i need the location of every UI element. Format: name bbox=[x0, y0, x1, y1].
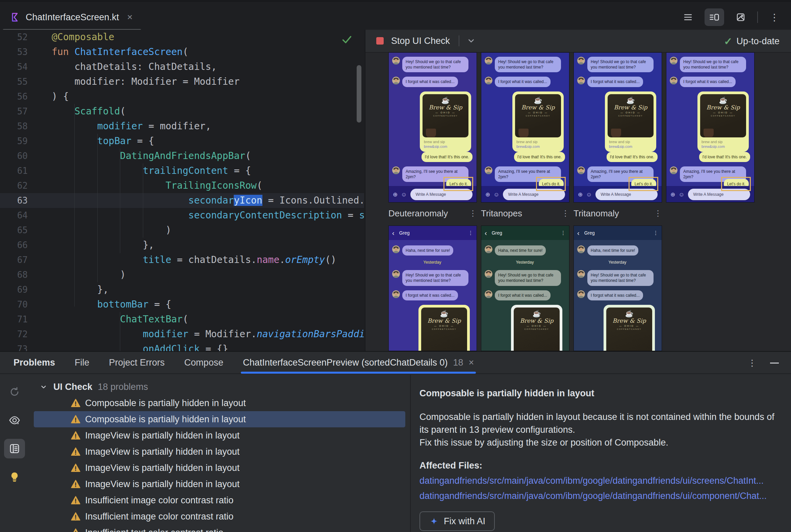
problem-row[interactable]: ImageView is partially hidden in layout bbox=[34, 460, 405, 476]
problem-row[interactable]: Composable is partially hidden in layout bbox=[34, 395, 405, 411]
tab-chatinterfacescreen[interactable]: ChatInterfaceScreen.kt × bbox=[7, 7, 136, 27]
emoji-icon[interactable]: ☺ bbox=[586, 192, 592, 197]
affected-files-title: Affected Files: bbox=[420, 460, 791, 471]
tab-close-icon[interactable]: × bbox=[469, 358, 474, 368]
chat-menu-icon[interactable]: ⋮ bbox=[653, 230, 658, 236]
kotlin-file-icon bbox=[11, 12, 21, 22]
add-attachment-icon[interactable]: ⊕ bbox=[485, 192, 490, 197]
code-line[interactable]: 59 topBar = { bbox=[0, 134, 364, 149]
code-view-button[interactable] bbox=[678, 8, 698, 26]
link-preview-card: ☕ Brew & Sip — OHID — COFFEETCANDY bbox=[511, 305, 562, 351]
code-line[interactable]: 52@Composable bbox=[0, 30, 364, 44]
code-line[interactable]: 72 modifier = Modifier.navigationBarsPad… bbox=[0, 327, 364, 342]
add-attachment-icon[interactable]: ⊕ bbox=[393, 192, 398, 197]
avatar bbox=[392, 57, 400, 64]
code-line[interactable]: 64 secondaryContentDescription = strin bbox=[0, 208, 364, 223]
code-line[interactable]: 57 Scaffold( bbox=[0, 104, 364, 119]
affected-file-link[interactable]: datingandfriends/src/main/java/com/ibm/g… bbox=[420, 491, 791, 501]
code-area[interactable]: 52@Composable53fun ChatInterfaceScreen(5… bbox=[0, 30, 364, 351]
problem-row[interactable]: Insufficient image color contrast ratio bbox=[34, 492, 405, 508]
contact-name: Greg bbox=[584, 230, 595, 235]
code-line[interactable]: 73 onAddClick = {} bbox=[0, 342, 364, 351]
problem-row[interactable]: Insufficient text color contrast ratio bbox=[34, 525, 405, 532]
problem-row[interactable]: ImageView is partially hidden in layout bbox=[34, 443, 405, 460]
design-view-button[interactable] bbox=[731, 8, 751, 26]
code-line[interactable]: 53fun ChatInterfaceScreen( bbox=[0, 44, 364, 59]
preview-phone[interactable]: Hey! Should we go to that cafe you menti… bbox=[481, 52, 569, 203]
back-icon[interactable]: ‹ bbox=[392, 230, 394, 236]
emoji-icon[interactable]: ☺ bbox=[494, 192, 499, 197]
line-number: 53 bbox=[0, 44, 40, 59]
ui-check-group[interactable]: UI Check 18 problems bbox=[29, 379, 410, 395]
chat-bubble-incoming: I forgot what it was called... bbox=[587, 77, 643, 87]
code-editor[interactable]: 52@Composable53fun ChatInterfaceScreen(5… bbox=[0, 30, 364, 351]
chat-bubble-outgoing: I'd love that! It's this one. bbox=[607, 152, 658, 162]
code-line[interactable]: 56) { bbox=[0, 89, 364, 104]
stop-ui-check-button[interactable]: Stop UI Check bbox=[391, 36, 450, 46]
chevron-down-icon[interactable] bbox=[39, 382, 48, 391]
tab-close-icon[interactable]: × bbox=[127, 12, 132, 23]
code-line[interactable]: 61 trailingContent = { bbox=[0, 164, 364, 178]
cafe-brand: Brew & Sip bbox=[700, 104, 746, 111]
panel-options-icon[interactable]: ⋮ bbox=[748, 358, 757, 368]
code-line[interactable]: 67 title = chatDetails.name.orEmpty() bbox=[0, 252, 364, 267]
chat-menu-icon[interactable]: ⋮ bbox=[560, 230, 566, 236]
code-line[interactable]: 69 }, bbox=[0, 282, 364, 297]
preview-menu-icon[interactable]: ⋮ bbox=[561, 209, 569, 218]
view-options-eye-icon[interactable] bbox=[4, 411, 25, 430]
code-line[interactable]: 68 ) bbox=[0, 267, 364, 282]
tab-file[interactable]: File bbox=[75, 358, 90, 368]
config-name: Deuteranomaly bbox=[388, 208, 448, 219]
tab-compose[interactable]: Compose bbox=[184, 358, 224, 368]
code-line[interactable]: 63 secondaryIcon = Icons.Outlined.More bbox=[0, 193, 364, 208]
code-line[interactable]: 58 modifier = modifier, bbox=[0, 119, 364, 134]
details-panel-toggle[interactable] bbox=[4, 439, 25, 458]
code-line[interactable]: 60 DatingAndFriendsAppBar( bbox=[0, 149, 364, 164]
problem-row[interactable]: ImageView is partially hidden in layout bbox=[34, 476, 405, 492]
fix-with-ai-button[interactable]: Fix with AI bbox=[420, 511, 495, 531]
inspection-ok-icon[interactable] bbox=[341, 34, 353, 45]
tab-project-errors[interactable]: Project Errors bbox=[109, 358, 165, 368]
preview-phone[interactable]: Hey! Should we go to that cafe you menti… bbox=[388, 52, 477, 203]
line-number: 66 bbox=[0, 238, 40, 252]
emoji-icon[interactable]: ☺ bbox=[401, 192, 407, 197]
link-preview-card: ☕ Brew & Sip — OHID — COFFEETCANDY brew … bbox=[512, 92, 564, 152]
more-options-icon[interactable]: ⋮ bbox=[765, 8, 784, 26]
code-line[interactable]: 62 TrailingIconsRow( bbox=[0, 178, 364, 193]
add-attachment-icon[interactable]: ⊕ bbox=[578, 192, 583, 197]
problem-row[interactable]: Composable is partially hidden in layout bbox=[34, 411, 405, 428]
rerun-check-button[interactable] bbox=[4, 382, 25, 402]
line-number: 69 bbox=[0, 282, 40, 297]
split-view-button[interactable] bbox=[704, 8, 724, 26]
emoji-icon[interactable]: ☺ bbox=[679, 192, 684, 197]
editor-scrollbar[interactable] bbox=[357, 65, 362, 122]
affected-file-link[interactable]: datingandfriends/src/main/java/com/ibm/g… bbox=[420, 476, 791, 486]
code-line[interactable]: 71 ChatTextBar( bbox=[0, 312, 364, 327]
preview-phone[interactable]: ‹ Greg ⋮ Haha, next time for sure! Yeste… bbox=[481, 226, 569, 351]
lightbulb-icon[interactable] bbox=[4, 467, 25, 487]
chat-menu-icon[interactable]: ⋮ bbox=[468, 230, 473, 236]
cafe-tagline: COFFEETCANDY bbox=[514, 328, 560, 330]
code-line[interactable]: 65 ) bbox=[0, 223, 364, 238]
preview-menu-icon[interactable]: ⋮ bbox=[469, 209, 477, 218]
back-icon[interactable]: ‹ bbox=[577, 230, 580, 236]
problem-fix-hint: Fix this issue by adjusting the size or … bbox=[420, 436, 783, 449]
back-icon[interactable]: ‹ bbox=[485, 230, 487, 236]
add-attachment-icon[interactable]: ⊕ bbox=[670, 192, 675, 197]
code-line[interactable]: 70 bottomBar = { bbox=[0, 297, 364, 312]
code-line[interactable]: 66 }, bbox=[0, 238, 364, 252]
tab-preview-active[interactable]: ChatInterfaceScreenPreview (sortedChatDe… bbox=[243, 352, 474, 374]
preview-phone[interactable]: ‹ Greg ⋮ Haha, next time for sure! Yeste… bbox=[388, 226, 477, 351]
preview-menu-icon[interactable]: ⋮ bbox=[654, 209, 662, 218]
coffee-cup-icon: ☕ bbox=[421, 310, 467, 317]
preview-phone[interactable]: Hey! Should we go to that cafe you menti… bbox=[666, 52, 755, 203]
problem-row[interactable]: ImageView is partially hidden in layout bbox=[34, 428, 405, 443]
card-url: brew&sip.com bbox=[701, 145, 746, 149]
code-line[interactable]: 54 chatDetails: ChatDetails, bbox=[0, 59, 364, 74]
problem-row[interactable]: Insufficient image color contrast ratio bbox=[34, 508, 405, 525]
hide-panel-icon[interactable] bbox=[770, 363, 779, 364]
chevron-down-icon[interactable] bbox=[467, 36, 476, 45]
preview-phone[interactable]: ‹ Greg ⋮ Haha, next time for sure! Yeste… bbox=[573, 226, 662, 351]
code-line[interactable]: 55 modifier: Modifier = Modifier bbox=[0, 74, 364, 89]
preview-phone[interactable]: Hey! Should we go to that cafe you menti… bbox=[573, 52, 662, 203]
